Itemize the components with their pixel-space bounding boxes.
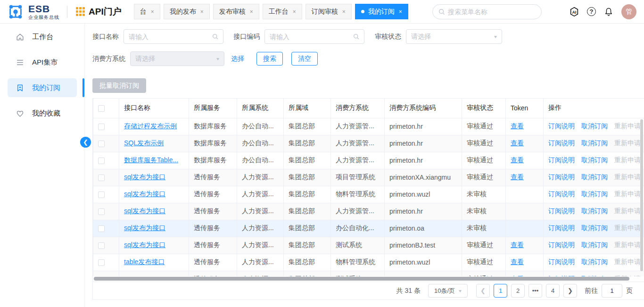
- interface-code-field[interactable]: [264, 29, 364, 44]
- row-checkbox[interactable]: [98, 191, 105, 198]
- service-cell: 透传服务: [189, 271, 237, 276]
- row-checkbox[interactable]: [98, 225, 105, 232]
- interface-name-link[interactable]: 存储过程发布示例: [124, 122, 177, 130]
- token-view-link[interactable]: 查看: [511, 156, 524, 164]
- cancel-subscription-link[interactable]: 取消订阅: [581, 207, 608, 215]
- interface-name-field[interactable]: [124, 29, 223, 44]
- cancel-subscription-link[interactable]: 取消订阅: [581, 241, 608, 249]
- clear-button[interactable]: 清空: [291, 52, 318, 66]
- interface-code-input[interactable]: [270, 33, 353, 41]
- tab-close-icon[interactable]: ×: [250, 8, 253, 15]
- service-cell: 透传服务: [189, 186, 237, 203]
- interface-name-link[interactable]: sql发布为接口: [124, 207, 165, 215]
- row-checkbox[interactable]: [98, 242, 105, 249]
- tab-close-icon[interactable]: ×: [399, 8, 402, 15]
- sidebar-item-list[interactable]: API集市: [0, 52, 84, 73]
- row-checkbox[interactable]: [98, 158, 105, 164]
- tab-close-icon[interactable]: ×: [293, 8, 296, 15]
- page-button-2[interactable]: 2: [511, 284, 525, 298]
- token-view-link[interactable]: 查看: [511, 122, 524, 130]
- subscription-note-link[interactable]: 订阅说明: [548, 224, 575, 232]
- interface-name-link[interactable]: sql发布为接口: [124, 241, 165, 249]
- token-view-link[interactable]: 查看: [511, 241, 524, 249]
- interface-name-input[interactable]: [129, 33, 212, 41]
- cancel-subscription-link[interactable]: 取消订阅: [581, 173, 608, 181]
- page-button-4[interactable]: 4: [546, 284, 560, 298]
- prev-page-button[interactable]: ❮: [476, 284, 490, 298]
- tab-close-icon[interactable]: ×: [151, 8, 154, 15]
- interface-name-link[interactable]: sql发布为接口: [124, 173, 165, 181]
- interface-name-link[interactable]: table发布接口: [124, 258, 165, 266]
- token-view-link[interactable]: 查看: [511, 258, 524, 266]
- next-page-button[interactable]: ❯: [563, 284, 577, 298]
- row-checkbox[interactable]: [98, 259, 105, 266]
- cancel-subscription-link[interactable]: 取消订阅: [581, 190, 608, 198]
- interface-name-link[interactable]: sql发布为接口: [124, 190, 165, 198]
- grid-icon: [76, 7, 85, 16]
- audit-status-select[interactable]: 请选择 ▾: [406, 29, 502, 44]
- horizontal-scrollbar-thumb[interactable]: [94, 277, 629, 281]
- consumer-cell: 项目管理系统: [331, 169, 385, 186]
- tab-3[interactable]: 发布审核×: [213, 4, 259, 19]
- tab-4[interactable]: 工作台×: [263, 4, 302, 19]
- sidebar-item-heart[interactable]: 我的收藏: [0, 103, 84, 124]
- row-checkbox[interactable]: [98, 174, 105, 181]
- tab-close-icon[interactable]: ×: [200, 8, 204, 15]
- column-header: 操作: [544, 99, 644, 118]
- chevron-down-icon: ▾: [459, 288, 462, 293]
- help-icon[interactable]: ?: [587, 7, 596, 16]
- interface-name-link[interactable]: 数据库服务Table...: [124, 156, 178, 164]
- page-size-select[interactable]: 10条/页▾: [428, 284, 468, 298]
- consumer-cell: 测试系统: [331, 271, 385, 276]
- system-cell: 人力资源...: [237, 254, 284, 271]
- row-checkbox[interactable]: [98, 208, 105, 215]
- token-view-link[interactable]: 查看: [511, 139, 524, 147]
- interface-name-link[interactable]: SQL发布示例: [124, 139, 164, 147]
- token-view-link[interactable]: 查看: [511, 173, 524, 181]
- tab-2[interactable]: 我的发布×: [164, 4, 210, 19]
- subscription-note-link[interactable]: 订阅说明: [548, 173, 575, 181]
- subscription-note-link[interactable]: 订阅说明: [548, 207, 575, 215]
- select-all-checkbox[interactable]: [98, 105, 105, 112]
- row-checkbox[interactable]: [98, 141, 105, 147]
- system-cell: 人力资源...: [237, 203, 284, 220]
- vertical-scrollbar[interactable]: [640, 119, 643, 271]
- avatar[interactable]: 管: [621, 4, 636, 19]
- subscription-note-link[interactable]: 订阅说明: [548, 258, 575, 266]
- cancel-subscription-link[interactable]: 取消订阅: [581, 258, 608, 266]
- batch-cancel-subscription-button[interactable]: 批量取消订阅: [92, 78, 146, 93]
- subscription-note-link[interactable]: 订阅说明: [548, 139, 575, 147]
- ai-assistant-icon[interactable]: AI: [569, 7, 579, 17]
- tab-5[interactable]: 订阅审核×: [305, 4, 352, 19]
- filter-row-2: 消费方系统 请选择 ▾ 选择 搜索 清空: [92, 51, 644, 66]
- sidebar-item-home[interactable]: 工作台: [0, 26, 84, 47]
- bell-icon[interactable]: [603, 7, 614, 17]
- cancel-subscription-link[interactable]: 取消订阅: [581, 139, 608, 147]
- cancel-subscription-link[interactable]: 取消订阅: [581, 122, 608, 130]
- page-ellipsis[interactable]: •••: [528, 284, 542, 298]
- subscription-note-link[interactable]: 订阅说明: [548, 122, 575, 130]
- subscription-note-link[interactable]: 订阅说明: [548, 190, 575, 198]
- select-consumer-link[interactable]: 选择: [231, 55, 244, 63]
- cancel-subscription-link[interactable]: 取消订阅: [581, 156, 608, 164]
- row-checkbox[interactable]: [98, 124, 105, 130]
- sidebar-item-bookmark-plus-active[interactable]: 我的订阅: [0, 77, 84, 98]
- status-cell: 审核通过: [462, 135, 506, 152]
- interface-name-link[interactable]: sql发布为接口: [124, 224, 165, 232]
- menu-search[interactable]: [432, 4, 542, 19]
- table-scroll-area: 接口名称所属服务所属系统所属域消费方系统消费方系统编码审核状态Token操作 存…: [93, 99, 644, 276]
- cancel-subscription-link[interactable]: 取消订阅: [581, 224, 608, 232]
- sidebar-collapse-button[interactable]: ❮: [80, 137, 91, 148]
- goto-page-input[interactable]: [602, 284, 622, 298]
- subscription-note-link[interactable]: 订阅说明: [548, 156, 575, 164]
- tab-close-icon[interactable]: ×: [342, 8, 346, 15]
- consumer-cell: 人力资源管...: [331, 203, 385, 220]
- menu-search-input[interactable]: [448, 8, 536, 16]
- subscription-note-link[interactable]: 订阅说明: [548, 241, 575, 249]
- page-button-1-active[interactable]: 1: [494, 284, 507, 298]
- tab-1[interactable]: 台×: [134, 4, 160, 19]
- brand-subtitle: 企业服务总线: [28, 15, 59, 20]
- service-cell: 透传服务: [189, 254, 237, 271]
- search-button[interactable]: 搜索: [256, 52, 283, 66]
- tab-6-active[interactable]: 我的订阅×: [355, 4, 408, 19]
